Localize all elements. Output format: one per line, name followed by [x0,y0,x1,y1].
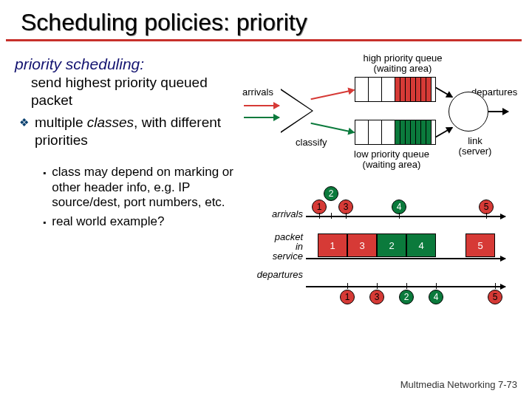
high-priority-queue [355,77,436,102]
dep-pkt-3: 3 [369,290,384,304]
tick [486,213,487,219]
bullet-classes: ❖ multiple classes, with different prior… [15,114,244,149]
sub-bullets: ▪ class may depend on marking or other h… [15,165,244,230]
diagram-column: high priority queue(waiting area) arriva… [244,55,532,334]
tick [399,213,400,219]
sub-bullet-1: class may depend on marking or other hea… [52,165,244,210]
server-circle [449,92,488,132]
diamond-bullet-icon: ❖ [19,114,29,130]
arrow-to-high-queue [310,89,354,100]
departures-axis [306,286,505,287]
arrivals-axis [306,216,505,217]
slide-footer: Multmedia Networking 7-73 [400,379,517,390]
tick [331,213,332,219]
definition-body: send highest priority queued packet [15,74,244,109]
departures-axis-label: departures [257,269,303,280]
arrow-departure [488,111,508,112]
bar-2: 2 [377,233,406,257]
bar-5: 5 [466,233,495,257]
square-bullet-icon: ▪ [43,214,46,229]
dep-pkt-4: 4 [429,290,443,304]
bar-4: 4 [406,233,436,257]
square-bullet-icon: ▪ [43,165,46,210]
bar-3: 3 [347,233,377,257]
queue-diagram: high priority queue(waiting area) arriva… [244,55,510,180]
classifier-triangle [281,90,312,132]
tick [436,283,437,289]
arrival-pkt-5: 5 [479,200,494,214]
link-server-label: link(server) [457,136,494,157]
service-bars: 1 3 2 4 5 [306,233,495,257]
tick [495,283,496,289]
dep-pkt-1: 1 [340,290,355,304]
dep-pkt-2: 2 [399,290,414,304]
classify-label: classify [296,137,327,148]
arrival-pkt-2: 2 [324,186,338,201]
tick [346,213,347,219]
slide-title: Scheduling policies: priority [6,0,522,41]
definition-term: priority scheduling: [15,55,144,72]
content-area: priority scheduling: send highest priori… [0,41,532,334]
arrivals-axis-label: arrivals [272,208,303,219]
arrivals-label: arrivals [242,87,273,98]
tick [319,213,320,219]
timeline-diagram: arrivals 1 2 3 4 5 packetinservice 1 3 2… [244,186,517,334]
arrow-green-arrival [244,117,279,118]
arrow-to-low-queue [310,123,354,133]
arrow-low-to-server [435,127,453,138]
text-column: priority scheduling: send highest priori… [0,55,244,334]
arrival-pkt-3: 3 [338,200,353,214]
tick [347,283,348,289]
bullet-text: multiple classes, with different priorit… [35,114,244,149]
service-axis [306,258,505,259]
arrival-pkt-1: 1 [312,200,327,214]
service-axis-label: packetinservice [273,232,303,261]
low-priority-queue [355,120,436,145]
arrival-pkt-4: 4 [392,200,406,214]
tick [406,283,407,289]
arrow-high-to-server [435,87,453,98]
high-queue-label: high priority queue(waiting area) [355,53,451,75]
tick [377,283,378,289]
arrow-red-arrival [244,105,279,106]
bar-1: 1 [318,233,347,257]
dep-pkt-5: 5 [488,290,502,304]
sub-bullet-2: real world example? [52,214,164,229]
low-queue-label: low priority queue(waiting area) [347,149,436,171]
